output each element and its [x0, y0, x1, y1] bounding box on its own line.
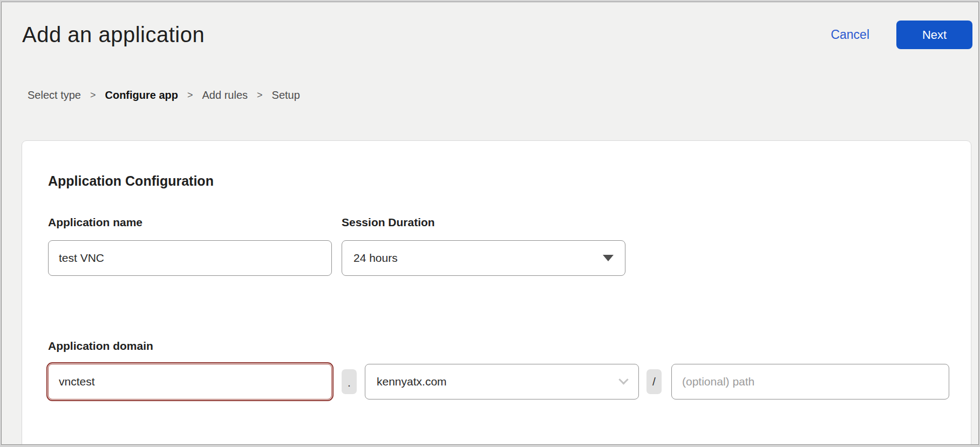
name-and-duration-row: Application name Session Duration 24 hou… [48, 216, 949, 276]
domain-select-value: kennyatx.com [377, 375, 447, 388]
application-name-label: Application name [48, 216, 332, 229]
next-button[interactable]: Next [896, 21, 972, 49]
subdomain-input[interactable] [48, 364, 332, 399]
session-duration-label: Session Duration [342, 216, 625, 229]
session-duration-field: Session Duration 24 hours [342, 216, 625, 276]
slash-separator: / [646, 369, 662, 394]
add-application-page: Add an application Cancel Next Select ty… [1, 2, 979, 445]
breadcrumb-step-configure-app[interactable]: Configure app [105, 89, 178, 101]
application-domain-row: . kennyatx.com / [48, 364, 949, 399]
domain-select[interactable]: kennyatx.com [365, 364, 639, 399]
breadcrumb-separator: > [187, 90, 193, 101]
breadcrumb-step-setup[interactable]: Setup [272, 89, 300, 101]
path-input[interactable] [671, 364, 949, 399]
section-title: Application Configuration [48, 173, 949, 189]
header-actions: Cancel Next [831, 21, 972, 49]
page-header: Add an application Cancel Next [2, 2, 978, 49]
cancel-button[interactable]: Cancel [831, 28, 869, 42]
wizard-breadcrumb: Select type > Configure app > Add rules … [28, 89, 978, 101]
breadcrumb-separator: > [257, 90, 263, 101]
breadcrumb-step-add-rules[interactable]: Add rules [202, 89, 248, 101]
breadcrumb-step-select-type[interactable]: Select type [28, 89, 81, 101]
application-domain-field: Application domain . kennyatx.com / [48, 340, 949, 399]
breadcrumb-separator: > [90, 90, 96, 101]
application-domain-label: Application domain [48, 340, 949, 353]
chevron-down-icon [618, 375, 628, 384]
application-name-input[interactable] [48, 240, 332, 276]
session-duration-select[interactable]: 24 hours [342, 240, 625, 276]
page-title: Add an application [22, 23, 205, 47]
dot-separator: . [342, 369, 357, 394]
caret-down-icon [603, 255, 614, 261]
application-name-field: Application name [48, 216, 332, 276]
session-duration-value: 24 hours [353, 252, 398, 265]
application-configuration-card: Application Configuration Application na… [22, 140, 971, 445]
window-frame: Add an application Cancel Next Select ty… [0, 0, 980, 447]
